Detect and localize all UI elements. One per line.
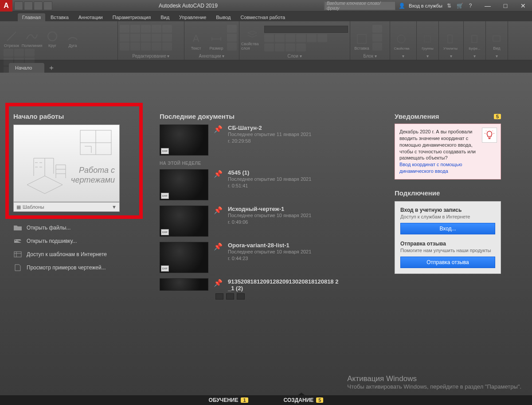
search-input[interactable]: Введите ключевое слово/фразу xyxy=(325,1,395,10)
layer-tool-icon[interactable] xyxy=(286,43,295,51)
layer-tool-icon[interactable] xyxy=(307,34,317,42)
annot-tool-icon[interactable] xyxy=(227,34,237,42)
tool-groups[interactable]: Группы xyxy=(419,25,437,51)
tool-dimension[interactable]: Размер xyxy=(207,25,226,51)
recent-doc-item[interactable]: DXF 📌 Opora-variant-28-list-1Последнее о… xyxy=(160,242,381,273)
qat-open-icon[interactable] xyxy=(24,1,33,10)
modify-tool-icon[interactable] xyxy=(162,25,172,33)
view-list-icon[interactable] xyxy=(215,293,223,300)
annot-tool-icon[interactable] xyxy=(227,43,237,51)
tool-layer-properties[interactable]: Свойства слоя xyxy=(241,25,263,51)
pin-icon[interactable]: 📌 xyxy=(215,170,222,177)
tool-circle[interactable]: Круг xyxy=(43,22,62,48)
layer-tool-icon[interactable] xyxy=(264,34,274,42)
tool-utilities[interactable]: Утилиты xyxy=(441,25,460,51)
layer-tool-icon[interactable] xyxy=(275,43,285,51)
tab-parametric[interactable]: Параметризация xyxy=(108,13,155,21)
modify-tool-icon[interactable] xyxy=(152,43,161,51)
layer-tool-icon[interactable] xyxy=(275,34,285,42)
tool-clipboard[interactable]: Буфе... xyxy=(466,25,484,51)
bottom-create[interactable]: СОЗДАНИЕ5 xyxy=(284,397,324,403)
pin-icon[interactable]: 📌 xyxy=(215,243,222,250)
modify-tool-icon[interactable] xyxy=(120,43,129,51)
block-tool-icon[interactable] xyxy=(372,43,382,51)
minimize-button[interactable]: ― xyxy=(479,0,497,12)
tab-insert[interactable]: Вставка xyxy=(46,13,73,21)
modify-tool-icon[interactable] xyxy=(141,25,151,33)
recent-doc-item[interactable]: DXF 📌 Исходный-чертеж-1Последнее открыти… xyxy=(160,206,381,237)
online-templates-link[interactable]: Доступ к шаблонам в Интернете xyxy=(13,251,146,258)
notification-card[interactable]: Декабрь 2020 г. А вы пробовали вводить з… xyxy=(395,124,501,179)
tool-arc[interactable]: Дуга xyxy=(63,22,82,48)
panel-label[interactable]: Блок ▾ xyxy=(352,53,388,59)
recent-doc-item[interactable]: DXF 📌 4545 (1)Последнее открытие 10 янва… xyxy=(160,169,381,200)
modify-tool-icon[interactable] xyxy=(152,34,161,42)
modify-tool-icon[interactable] xyxy=(130,43,140,51)
tab-annotate[interactable]: Аннотации xyxy=(74,13,107,21)
layer-tool-icon[interactable] xyxy=(296,34,306,42)
modify-tool-icon[interactable] xyxy=(141,43,151,51)
recent-doc-item[interactable]: DXF 📌 СБ-Шатун-2Последнее открытие 11 ян… xyxy=(160,125,381,156)
panel-label[interactable]: Редактирование ▾ xyxy=(120,53,182,59)
tab-collaborate[interactable]: Совместная работа xyxy=(236,13,290,21)
layer-tool-icon[interactable] xyxy=(264,43,274,51)
panel-label[interactable]: ▾ xyxy=(488,53,506,59)
block-tool-icon[interactable] xyxy=(372,25,382,33)
tool-insert[interactable]: Вставка xyxy=(352,25,372,51)
modify-tool-icon[interactable] xyxy=(120,25,129,33)
open-sheetset-link[interactable]: Открыть подшивку... xyxy=(13,238,146,245)
modify-tool-icon[interactable] xyxy=(162,43,172,51)
view-grid-icon[interactable] xyxy=(226,293,234,300)
tab-view[interactable]: Вид xyxy=(156,13,174,21)
qat-save-icon[interactable] xyxy=(34,1,43,10)
signin-button[interactable]: Вход... xyxy=(400,223,495,234)
layer-tool-icon[interactable] xyxy=(286,34,295,42)
start-drawing-tile[interactable]: Работа с чертежами xyxy=(13,125,120,202)
new-tab-button[interactable]: ＋ xyxy=(46,63,57,73)
draw-tool-icon[interactable] xyxy=(25,49,35,57)
panel-label[interactable]: ▾ xyxy=(392,53,415,59)
sample-drawings-link[interactable]: Просмотр примеров чертежей... xyxy=(13,264,146,271)
layer-dropdown[interactable] xyxy=(264,26,348,33)
panel-label[interactable]: ▾ xyxy=(466,53,484,59)
layer-tool-icon[interactable] xyxy=(296,43,306,51)
draw-tool-icon[interactable] xyxy=(4,49,13,57)
modify-tool-icon[interactable] xyxy=(130,34,140,42)
modify-tool-icon[interactable] xyxy=(120,34,129,42)
block-tool-icon[interactable] xyxy=(372,34,382,42)
modify-tool-icon[interactable] xyxy=(152,25,161,33)
tool-properties[interactable]: Свойства xyxy=(392,25,411,51)
feedback-button[interactable]: Отправка отзыва xyxy=(400,257,495,268)
close-button[interactable]: ✕ xyxy=(514,0,532,12)
app-logo[interactable]: A xyxy=(0,0,12,12)
tool-text[interactable]: AТекст xyxy=(186,25,206,51)
pin-icon[interactable]: 📌 xyxy=(215,206,222,214)
tool-polyline[interactable]: Полилиния xyxy=(22,22,42,48)
panel-label[interactable]: Слои ▾ xyxy=(241,53,348,59)
maximize-button[interactable]: □ xyxy=(497,0,514,12)
help-icon[interactable]: ? xyxy=(466,2,474,10)
view-detail-icon[interactable] xyxy=(237,293,245,300)
signin-label[interactable]: Вход в службы xyxy=(409,3,442,8)
pin-icon[interactable]: 📌 xyxy=(215,279,222,286)
layer-tool-icon[interactable] xyxy=(317,34,327,42)
annot-tool-icon[interactable] xyxy=(227,25,237,33)
modify-tool-icon[interactable] xyxy=(130,25,140,33)
recent-doc-item[interactable]: 📌 913520818120912820913020818120818 2_1 … xyxy=(160,278,381,292)
draw-tool-icon[interactable] xyxy=(14,49,24,57)
notification-link[interactable]: Ввод координат с помощью динамического в… xyxy=(399,161,496,175)
tool-line[interactable]: Отрезок xyxy=(2,22,21,48)
modify-tool-icon[interactable] xyxy=(162,34,172,42)
panel-label[interactable]: Аннотации ▾ xyxy=(186,53,237,59)
exchange-icon[interactable]: ⇅ xyxy=(445,2,453,10)
pin-icon[interactable]: 📌 xyxy=(215,125,222,132)
bottom-learn[interactable]: ОБУЧЕНИЕ1 xyxy=(209,397,248,403)
cart-icon[interactable]: 🛒 xyxy=(456,2,464,10)
open-files-link[interactable]: Открыть файлы... xyxy=(13,224,146,231)
modify-tool-icon[interactable] xyxy=(141,34,151,42)
tab-output[interactable]: Вывод xyxy=(211,13,235,21)
qat-dropdown-icon[interactable] xyxy=(43,1,52,10)
doc-tab-start[interactable]: Начало xyxy=(9,63,44,73)
panel-label[interactable]: ▾ xyxy=(419,53,437,59)
tab-manage[interactable]: Управление xyxy=(175,13,211,21)
